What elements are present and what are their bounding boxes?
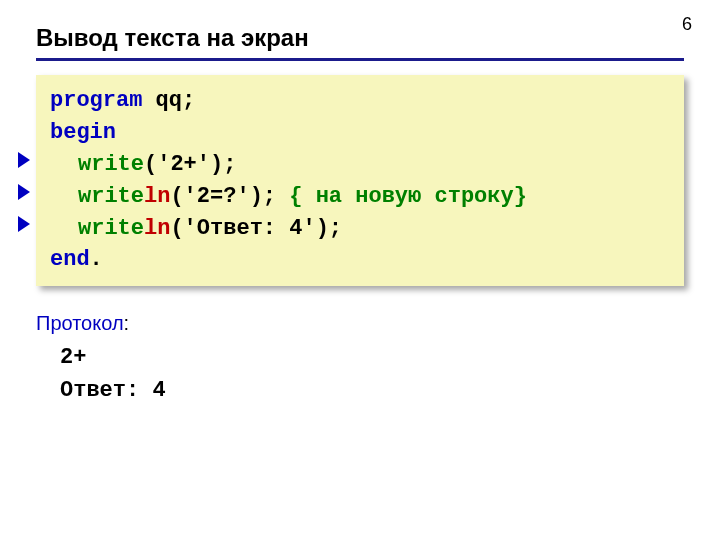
code-args: ('2=?');	[170, 184, 289, 209]
code-markers	[18, 152, 30, 248]
protocol-section: Протокол: 2+ Ответ: 4	[36, 312, 684, 407]
page-number: 6	[682, 14, 692, 35]
protocol-colon: :	[124, 312, 130, 334]
code-block: program qq; begin write('2+'); writeln('…	[36, 75, 684, 286]
code-text: qq;	[142, 88, 195, 113]
keyword-end: end	[50, 247, 90, 272]
keyword-begin: begin	[50, 120, 116, 145]
protocol-output: 2+ Ответ: 4	[36, 335, 684, 407]
keyword-program: program	[50, 88, 142, 113]
code-line-4: writeln('2=?'); { на новую строку}	[50, 181, 670, 213]
triangle-icon	[18, 184, 30, 200]
code-line-2: begin	[50, 117, 670, 149]
code-line-3: write('2+');	[50, 149, 670, 181]
slide: 6 Вывод текста на экран program qq; begi…	[0, 0, 720, 540]
code-text: .	[90, 247, 103, 272]
code-args: ('Ответ: 4');	[170, 216, 342, 241]
protocol-line: Ответ: 4	[60, 374, 684, 407]
fn-ln: ln	[144, 216, 170, 241]
code-line-5: writeln('Ответ: 4');	[50, 213, 670, 245]
fn-write: write	[78, 184, 144, 209]
code-line-6: end.	[50, 244, 670, 276]
fn-write: write	[78, 216, 144, 241]
protocol-line: 2+	[60, 341, 684, 374]
code-comment: { на новую строку}	[289, 184, 527, 209]
code-line-1: program qq;	[50, 85, 670, 117]
fn-ln: ln	[144, 184, 170, 209]
protocol-label: Протокол	[36, 312, 124, 334]
code-args: ('2+');	[144, 152, 236, 177]
triangle-icon	[18, 152, 30, 168]
triangle-icon	[18, 216, 30, 232]
slide-title: Вывод текста на экран	[36, 18, 684, 61]
fn-write: write	[78, 152, 144, 177]
